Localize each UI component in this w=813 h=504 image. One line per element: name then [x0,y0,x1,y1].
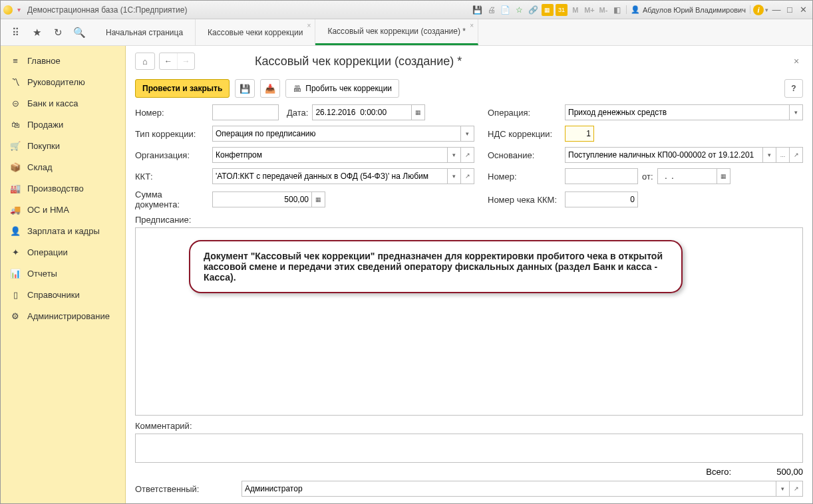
doc-icon[interactable]: 📄 [500,4,512,16]
sidebar-item-manager[interactable]: 〽Руководителю [1,71,125,92]
close-page-button[interactable]: × [790,55,803,68]
fav-icon[interactable]: ★ [27,23,46,42]
close-button[interactable]: ✕ [796,4,810,16]
sidebar-item-operations[interactable]: ✦Операции [1,241,125,263]
label-vat: НДС коррекции: [488,129,561,139]
sidebar-item-hr[interactable]: 👤Зарплата и кадры [1,220,125,241]
ops-icon: ✦ [10,247,21,257]
cart-icon: 🛒 [10,140,21,151]
label-total: Всего: [706,467,731,477]
comment-field[interactable] [135,434,803,463]
tab-checks[interactable]: Кассовые чеки коррекции × [196,19,315,45]
history-icon[interactable]: ↻ [49,23,67,42]
date-picker-button[interactable]: ▦ [412,104,425,120]
calc-icon[interactable]: ▦ [542,4,554,16]
post-button[interactable]: 📥 [260,79,280,98]
m-plus-icon[interactable]: M+ [583,4,595,16]
number2-field[interactable] [565,168,638,184]
open-button[interactable]: ↗ [461,147,474,163]
close-icon[interactable]: × [307,22,311,29]
operation-field[interactable] [565,104,790,120]
label-org: Организация: [135,150,208,160]
person-icon: 👤 [10,225,21,236]
sidebar-item-reports[interactable]: 📊Отчеты [1,263,125,284]
apps-icon[interactable]: ⠿ [6,23,25,42]
sidebar-item-sales[interactable]: 🛍Продажи [1,114,125,135]
search-icon[interactable]: 🔍 [70,23,88,42]
sidebar-item-purchases[interactable]: 🛒Покупки [1,135,125,156]
sidebar-item-admin[interactable]: ⚙Администрирование [1,305,125,326]
label-number2: Номер: [488,172,561,182]
panels-icon[interactable]: ◧ [611,4,623,16]
home-icon: ≡ [10,55,21,66]
sidebar-item-bank[interactable]: ⊝Банк и касса [1,92,125,114]
sidebar-item-main[interactable]: ≡Главное [1,50,125,71]
label-from: от: [642,172,653,182]
box-icon: 📦 [10,162,21,172]
from-date-field[interactable] [657,168,717,184]
label-date: Дата: [287,108,308,118]
m-minus-icon[interactable]: M- [597,4,609,16]
info-icon[interactable]: i [753,5,764,15]
coin-icon: ⊝ [10,98,21,108]
more-button[interactable]: ... [776,147,790,163]
vat-field[interactable] [565,126,594,142]
nav-back-forward: ← → [159,53,195,70]
info-drop-icon[interactable]: ▾ [765,7,768,13]
dropdown-button[interactable]: ▾ [461,126,474,142]
user-badge[interactable]: 👤 Абдулов Юрий Владимирович [626,5,750,14]
kkt-field[interactable] [212,168,448,184]
save-icon[interactable]: 💾 [472,4,484,16]
window-title: Демонстрационная база (1С:Предприятие) [27,5,187,15]
user-name: Абдулов Юрий Владимирович [643,6,746,14]
sidebar-item-assets[interactable]: 🚚ОС и НМА [1,199,125,220]
org-field[interactable] [212,147,448,163]
dropdown-icon[interactable]: ▾ [14,5,23,15]
home-button[interactable]: ⌂ [135,53,155,70]
corr-type-field[interactable] [212,126,461,142]
printer-icon: 🖶 [293,84,301,94]
dropdown-button[interactable]: ▾ [448,147,461,163]
sidebar-item-warehouse[interactable]: 📦Склад [1,156,125,178]
dropdown-button[interactable]: ▾ [448,168,461,184]
print-icon[interactable]: 🖨 [486,4,498,16]
open-button[interactable]: ↗ [790,481,803,497]
m-icon[interactable]: M [569,4,581,16]
date-field[interactable] [312,104,412,120]
label-comment: Комментарий: [135,421,803,431]
tab-check-create[interactable]: Кассовый чек коррекции (создание) * × [315,19,478,45]
tab-start[interactable]: Начальная страница [94,19,196,45]
logo-icon [3,5,13,15]
calendar-icon[interactable]: 31 [556,4,568,16]
doc-sum-field[interactable] [212,191,312,207]
link-icon[interactable]: 🔗 [528,4,540,16]
prescription-field[interactable]: Документ "Кассовый чек коррекции" предна… [135,227,803,416]
calc-button[interactable]: ▦ [312,191,325,207]
forward-button[interactable]: → [177,53,194,69]
post-and-close-button[interactable]: Провести и закрыть [135,79,230,98]
date-picker-button[interactable]: ▦ [717,168,731,184]
dropdown-button[interactable]: ▾ [790,104,803,120]
help-button[interactable]: ? [784,79,803,98]
number-field[interactable] [212,104,279,120]
dropdown-button[interactable]: ▾ [763,147,776,163]
open-button[interactable]: ↗ [461,168,474,184]
punch-check-button[interactable]: 🖶Пробить чек коррекции [285,79,399,98]
kkm-num-field[interactable] [565,191,638,207]
label-kkm-num: Номер чека ККМ: [488,195,561,205]
back-button[interactable]: ← [160,53,177,69]
book-icon: ▯ [10,289,21,300]
sidebar-item-catalogs[interactable]: ▯Справочники [1,284,125,305]
save-button[interactable]: 💾 [235,79,255,98]
minimize-button[interactable]: — [770,4,783,16]
responsible-field[interactable] [242,481,776,497]
label-prescription: Предписание: [135,215,803,225]
star-icon[interactable]: ☆ [514,4,526,16]
dropdown-button[interactable]: ▾ [776,481,790,497]
label-doc-sum: Сумма документа: [135,189,208,209]
open-button[interactable]: ↗ [790,147,803,163]
sidebar-item-production[interactable]: 🏭Производство [1,178,125,199]
close-icon[interactable]: × [470,22,474,29]
basis-field[interactable] [565,147,763,163]
maximize-button[interactable]: □ [783,4,796,16]
